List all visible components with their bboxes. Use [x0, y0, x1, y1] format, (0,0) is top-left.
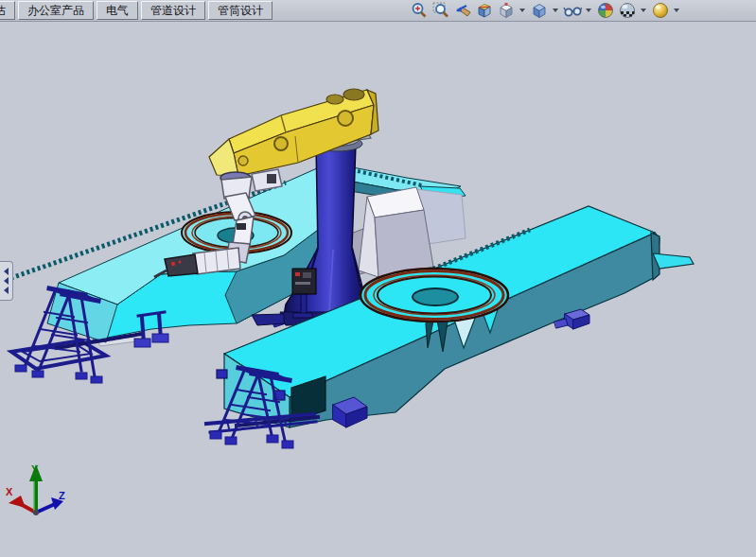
tab-office-products[interactable]: 办公室产品: [18, 1, 94, 20]
tab-partial[interactable]: 估: [0, 1, 15, 20]
ring-seat-right[interactable]: [360, 269, 508, 322]
triad-z-label: Z: [59, 490, 65, 501]
flyout-arrow-icon: [4, 277, 9, 285]
command-manager-toolbar: 估 办公室产品 电气 管道设计 管筒设计: [0, 0, 756, 22]
torch-tip: [165, 254, 198, 276]
triad-y-label: Y: [31, 463, 39, 475]
zoom-to-fit-icon[interactable]: [410, 1, 429, 20]
section-view-icon[interactable]: [475, 1, 494, 20]
panel-flyout-button[interactable]: [0, 261, 13, 301]
hide-show-items-icon[interactable]: [563, 1, 582, 20]
3d-viewport[interactable]: Y X Z: [0, 0, 756, 557]
beam-right-tongue: [653, 253, 694, 269]
boom-hole-4: [274, 137, 288, 150]
ring-right-center-hole: [413, 288, 458, 305]
torch-indicator-2: [179, 261, 182, 264]
boom-hole-2: [343, 89, 364, 100]
flyout-arrow-icon: [4, 268, 9, 275]
apply-scene-icon[interactable]: [618, 1, 637, 20]
view-orientation-icon[interactable]: [497, 1, 516, 20]
edit-appearance-icon[interactable]: [596, 1, 615, 20]
boom-hole-1: [326, 95, 343, 104]
view-settings-icon[interactable]: [651, 1, 670, 20]
heads-up-view-toolbar: [410, 1, 681, 20]
reference-triad: Y X Z: [6, 463, 65, 515]
hide-show-items-caret[interactable]: [585, 1, 593, 20]
column-foot-plate: [252, 314, 284, 325]
wedge-right-face: [375, 210, 433, 277]
previous-view-icon[interactable]: [453, 1, 472, 20]
application-window: Y X Z 估 办公室产品 电气 管道设计 管筒设计: [0, 0, 756, 557]
view-settings-caret[interactable]: [673, 1, 681, 20]
view-orientation-caret[interactable]: [519, 1, 527, 20]
beam-right-lug-1: [217, 370, 227, 378]
boom-hole-3: [338, 111, 353, 126]
zoom-to-area-icon[interactable]: [431, 1, 450, 20]
tab-piping-design[interactable]: 管道设计: [141, 1, 205, 20]
boom-hole-5: [238, 156, 248, 165]
forearm: [233, 217, 254, 246]
apply-scene-caret[interactable]: [640, 1, 648, 20]
command-tabs: 估 办公室产品 电气 管道设计 管筒设计: [0, 1, 273, 20]
tab-tubing-design[interactable]: 管筒设计: [208, 1, 273, 20]
tab-electrical[interactable]: 电气: [97, 1, 138, 20]
display-style-icon[interactable]: [530, 1, 549, 20]
torch-indicator-1: [171, 262, 175, 266]
triad-x-label: X: [6, 486, 13, 497]
flyout-arrow-icon: [4, 287, 9, 294]
display-style-caret[interactable]: [552, 1, 560, 20]
